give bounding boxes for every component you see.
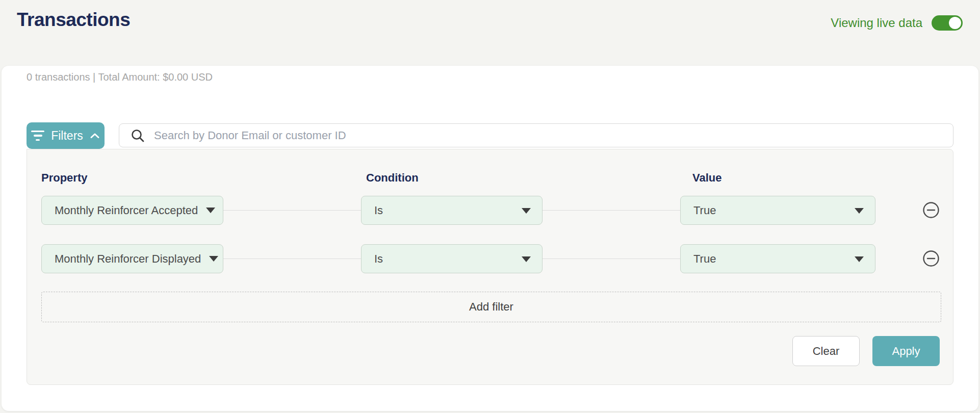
apply-button[interactable]: Apply <box>872 336 940 366</box>
value-dropdown-row1[interactable]: True <box>680 196 875 225</box>
caret-down-icon <box>855 208 864 214</box>
search-box <box>119 123 953 147</box>
filter-panel: Property Condition Value Monthly Reinfor… <box>27 149 953 385</box>
transactions-summary: 0 transactions | Total Amount: $0.00 USD <box>27 71 213 83</box>
column-header-condition: Condition <box>366 171 419 185</box>
transactions-page: Transactions Viewing live data 0 transac… <box>0 0 980 413</box>
caret-down-icon <box>522 256 531 262</box>
caret-down-icon <box>206 208 215 213</box>
add-filter-button[interactable]: Add filter <box>41 292 941 322</box>
value-dropdown-row2[interactable]: True <box>680 244 875 273</box>
connector-line <box>223 259 361 259</box>
caret-down-icon <box>855 256 864 262</box>
condition-dropdown-value: Is <box>374 252 383 266</box>
live-data-toggle[interactable] <box>932 15 963 31</box>
condition-dropdown-value: Is <box>374 204 383 217</box>
condition-dropdown-row1[interactable]: Is <box>361 196 543 225</box>
property-dropdown-row1[interactable]: Monthly Reinforcer Accepted <box>41 196 223 225</box>
caret-down-icon <box>209 256 218 262</box>
minus-circle-icon <box>922 201 940 219</box>
remove-filter-button-row1[interactable] <box>922 201 940 219</box>
live-data-label: Viewing live data <box>831 15 922 31</box>
property-dropdown-value: Monthly Reinforcer Displayed <box>55 252 201 266</box>
filter-funnel-icon <box>31 131 44 141</box>
caret-down-icon <box>522 208 531 214</box>
property-dropdown-row2[interactable]: Monthly Reinforcer Displayed <box>41 244 223 273</box>
condition-dropdown-row2[interactable]: Is <box>361 244 543 273</box>
toggle-knob <box>949 17 961 29</box>
chevron-up-icon <box>90 132 100 139</box>
minus-circle-icon <box>922 250 940 267</box>
filters-button-label: Filters <box>51 129 83 143</box>
remove-filter-button-row2[interactable] <box>922 250 940 267</box>
page-title: Transactions <box>17 10 130 29</box>
clear-button[interactable]: Clear <box>792 336 860 366</box>
property-dropdown-value: Monthly Reinforcer Accepted <box>55 204 198 217</box>
connector-line <box>223 210 361 211</box>
live-data-area: Viewing live data <box>831 15 963 31</box>
transactions-card: 0 transactions | Total Amount: $0.00 USD… <box>2 66 978 411</box>
search-input[interactable] <box>153 128 943 143</box>
value-dropdown-value: True <box>693 252 716 266</box>
column-header-property: Property <box>41 171 87 185</box>
filters-button[interactable]: Filters <box>27 122 105 149</box>
connector-line <box>543 210 680 211</box>
search-icon <box>131 128 145 143</box>
column-header-value: Value <box>692 171 721 185</box>
connector-line <box>543 259 680 259</box>
value-dropdown-value: True <box>693 204 716 217</box>
